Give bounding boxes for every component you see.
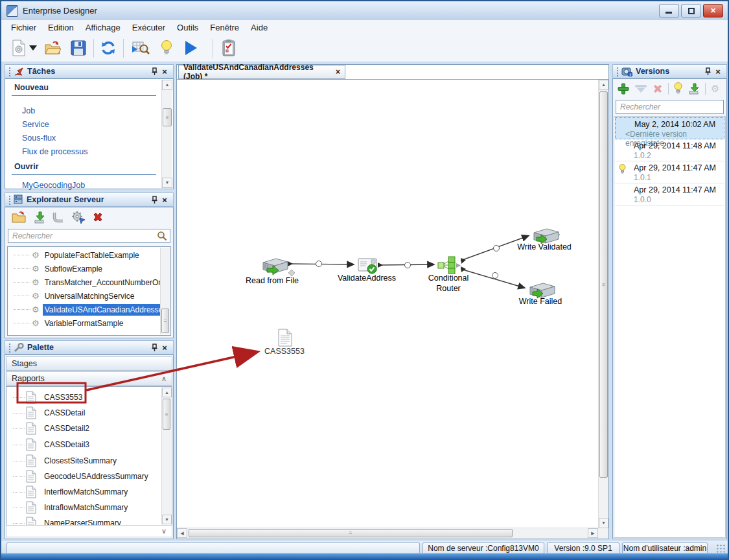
- node-label-read-from-file[interactable]: Read from File: [227, 276, 318, 286]
- palette-collapsed-section[interactable]: ∨: [6, 525, 172, 537]
- close-icon[interactable]: ×: [159, 66, 170, 76]
- menu-executer[interactable]: Exécuter: [126, 21, 171, 34]
- scroll-thumb[interactable]: ≡: [161, 309, 169, 333]
- node-label-cass3553[interactable]: CASS3553: [242, 347, 327, 357]
- open-icon[interactable]: [43, 38, 62, 58]
- palette-item[interactable]: CASSDetail2: [9, 421, 89, 436]
- server-search-box[interactable]: [8, 229, 170, 243]
- version-row-100[interactable]: Apr 29, 2014 11:47 AM 1.0.0: [615, 183, 724, 205]
- restore-button[interactable]: [681, 4, 701, 18]
- inspect-bulb-icon[interactable]: [157, 38, 176, 58]
- node-label-validate-address[interactable]: ValidateAddress: [321, 274, 412, 284]
- versions-search-input[interactable]: [619, 102, 723, 112]
- tasks-panel-header[interactable]: Tâches ×: [5, 64, 174, 78]
- task-link-job[interactable]: Job: [22, 106, 35, 115]
- tasks-scrollbar[interactable]: ▲ ≡ ▼: [161, 80, 172, 188]
- tree-scrollbar[interactable]: ≡: [160, 248, 170, 334]
- scroll-thumb[interactable]: ≡: [599, 91, 608, 478]
- palette-item[interactable]: GeocodeUSAddressSummary: [9, 469, 148, 484]
- title-bar[interactable]: Enterprise Designer ✕: [1, 1, 728, 20]
- new-flow-dropdown-icon[interactable]: [27, 38, 39, 58]
- close-button[interactable]: ✕: [703, 4, 723, 18]
- cass3553-report-icon[interactable]: [278, 329, 292, 347]
- save-version-icon[interactable]: [688, 83, 700, 95]
- scroll-up-icon[interactable]: ▲: [162, 80, 172, 90]
- task-link-flux-de-processus[interactable]: Flux de processus: [22, 147, 87, 156]
- scroll-down-icon[interactable]: ▼: [599, 518, 608, 528]
- run-icon[interactable]: [181, 38, 201, 58]
- version-bulb-icon[interactable]: [674, 82, 682, 95]
- server-search-input[interactable]: [11, 231, 157, 241]
- scroll-down-icon[interactable]: ▼: [162, 515, 172, 524]
- palette-item[interactable]: IntraflowMatchSummary: [9, 500, 128, 515]
- pin-icon[interactable]: [149, 342, 159, 353]
- tree-item-selected[interactable]: ⚙ValidateUSAndCanadianAddresse: [10, 303, 165, 316]
- tree-item[interactable]: ⚙UniversalMatchingService: [10, 289, 136, 303]
- new-flow-icon[interactable]: [9, 38, 29, 58]
- version-row-101[interactable]: Apr 29, 2014 11:47 AM 1.0.1: [615, 161, 724, 183]
- tab-close-icon[interactable]: ×: [336, 67, 340, 76]
- scroll-right-icon[interactable]: ▶: [588, 528, 598, 538]
- expand-chevron-icon[interactable]: ∨: [161, 527, 167, 535]
- close-icon[interactable]: ×: [159, 194, 170, 205]
- delete-icon[interactable]: [92, 211, 104, 223]
- read-from-file-icon[interactable]: [260, 256, 289, 275]
- save-icon[interactable]: [69, 38, 88, 58]
- menu-affichage[interactable]: Affichage: [80, 21, 126, 34]
- version-row-latest[interactable]: May 2, 2014 10:02 AM <Dernière version e…: [615, 117, 724, 139]
- palette-item[interactable]: ClosestSiteSummary: [9, 453, 117, 469]
- pin-icon[interactable]: [149, 194, 159, 205]
- validate-icon[interactable]: [219, 38, 238, 58]
- panel-grip[interactable]: [8, 343, 11, 353]
- palette-header[interactable]: Palette ×: [5, 340, 174, 355]
- node-label-write-validated[interactable]: Write Validated: [499, 242, 590, 253]
- minimize-button[interactable]: [659, 4, 679, 18]
- scroll-up-icon[interactable]: ▲: [599, 80, 608, 90]
- task-link-service[interactable]: Service: [22, 120, 49, 129]
- add-version-icon[interactable]: [618, 83, 629, 95]
- canvas-tab[interactable]: ValidateUSAndCanadianAddresses (Job) * ×: [178, 65, 345, 79]
- conditional-router-icon[interactable]: [437, 256, 461, 274]
- panel-grip[interactable]: [8, 195, 11, 205]
- node-label-conditional-router[interactable]: Conditional Router: [425, 274, 472, 294]
- pin-icon[interactable]: [149, 66, 159, 76]
- joint-tool-icon[interactable]: [52, 211, 65, 224]
- export-icon[interactable]: [32, 211, 45, 224]
- palette-category-rapports[interactable]: Rapports ∧: [6, 371, 172, 386]
- versions-header[interactable]: i Versions ×: [612, 64, 727, 78]
- menu-fichier[interactable]: Fichier: [5, 21, 42, 34]
- palette-item[interactable]: CASSDetail3: [9, 437, 89, 452]
- panel-grip[interactable]: [616, 67, 619, 76]
- tree-item[interactable]: ⚙VariableFormatSample: [10, 316, 125, 330]
- pin-icon[interactable]: [702, 66, 713, 76]
- resize-grip[interactable]: [716, 544, 725, 553]
- task-link-mygeocodingjob[interactable]: MyGeocodingJob: [22, 181, 85, 190]
- tree-item[interactable]: ⚙SubflowExample: [10, 262, 104, 275]
- scroll-up-icon[interactable]: ▲: [162, 388, 172, 397]
- open-folder-icon[interactable]: [12, 211, 26, 223]
- validate-address-icon[interactable]: [358, 257, 378, 274]
- panel-grip[interactable]: [8, 67, 11, 76]
- palette-scrollbar[interactable]: ▲ ≡ ▼: [161, 388, 171, 524]
- scroll-thumb[interactable]: ≡: [189, 529, 513, 537]
- canvas-hscrollbar[interactable]: ◀ ≡ ▶: [177, 528, 598, 539]
- palette-item[interactable]: InterflowMatchSummary: [9, 484, 128, 500]
- manage-gear-icon[interactable]: [71, 211, 86, 224]
- menu-outils[interactable]: Outils: [171, 21, 204, 34]
- collapse-chevron-icon[interactable]: ∧: [161, 375, 167, 383]
- scroll-thumb[interactable]: ≡: [163, 399, 170, 430]
- find-stage-icon[interactable]: [131, 38, 150, 58]
- palette-category-stages[interactable]: Stages: [6, 356, 172, 371]
- scroll-thumb[interactable]: ≡: [163, 108, 172, 126]
- menu-aide[interactable]: Aide: [245, 21, 273, 34]
- menu-fenetre[interactable]: Fenêtre: [204, 21, 245, 34]
- palette-item[interactable]: CASSDetail: [9, 405, 85, 421]
- palette-item-cass3553[interactable]: CASS3553: [9, 390, 82, 405]
- canvas-workspace[interactable]: Read from File ValidateAddress Condition…: [177, 80, 598, 528]
- node-label-write-failed[interactable]: Write Failed: [495, 297, 586, 307]
- scroll-down-icon[interactable]: ▼: [162, 178, 172, 188]
- task-link-sous-flux[interactable]: Sous-flux: [22, 134, 56, 143]
- refresh-icon[interactable]: [98, 38, 118, 58]
- tree-item[interactable]: ⚙PopulateFactTableExample: [10, 248, 141, 262]
- close-icon[interactable]: ×: [713, 66, 723, 76]
